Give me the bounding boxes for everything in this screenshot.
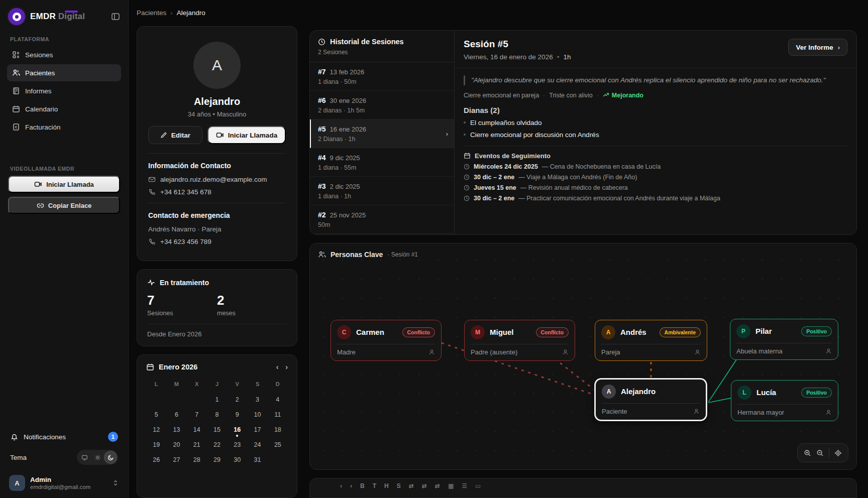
weekday-label: S xyxy=(247,378,267,392)
sidebar-item-informes[interactable]: Informes xyxy=(7,82,121,99)
calendar-day[interactable]: 9 xyxy=(227,407,247,422)
calendar-day[interactable]: 27 xyxy=(166,452,186,467)
session-detail-body: "Alejandro descubre que su cierre emocio… xyxy=(455,68,856,209)
session-item-2[interactable]: #225 nov 2025 50m xyxy=(310,205,454,234)
calendar-day[interactable]: 28 xyxy=(187,452,207,467)
calendar-day[interactable]: 23 xyxy=(227,437,247,452)
sidebar-item-label: Informes xyxy=(25,87,52,95)
calendar-day[interactable]: 21 xyxy=(187,437,207,452)
toolbar-glyph[interactable]: ⇄ xyxy=(435,482,440,489)
calendar-day[interactable]: 20 xyxy=(166,437,186,452)
user-avatar: A xyxy=(9,475,25,491)
persona-card-alejandro[interactable]: A Alejandro Paciente xyxy=(594,378,707,421)
stat-sessions-value: 7 xyxy=(147,294,217,307)
content: A Alejandro 34 años • Masculino Editar I… xyxy=(129,25,868,498)
event-desc: — Cena de Nochebuena en casa de Lucía xyxy=(542,163,661,170)
persona-card-miguel[interactable]: M Miguel Conflicto Padre (ausente) xyxy=(464,320,575,361)
relation-badge: Conflicto xyxy=(536,327,569,337)
toolbar-glyph[interactable]: S xyxy=(397,482,401,489)
toolbar-glyph[interactable]: ⇄ xyxy=(409,482,414,489)
app-logo-icon xyxy=(8,8,25,25)
toolbar-glyph[interactable]: ▦ xyxy=(448,482,454,489)
edit-button[interactable]: Editar xyxy=(148,126,202,144)
calendar-day[interactable]: 3 xyxy=(247,392,267,407)
calendar-day[interactable]: 18 xyxy=(268,422,288,437)
calendar-day[interactable]: 11 xyxy=(268,407,288,422)
breadcrumb: Pacientes › Alejandro xyxy=(129,0,868,25)
toolbar-glyph[interactable]: ▭ xyxy=(475,482,481,489)
persona-card-carmen[interactable]: C Carmen Conflicto Madre xyxy=(331,320,442,361)
calendar-day[interactable]: 24 xyxy=(247,437,267,452)
patient-avatar: A xyxy=(193,42,241,89)
session-date: 9 dic 2025 xyxy=(330,154,360,162)
session-item-6[interactable]: #630 ene 2026 2 dianas · 1h 5m xyxy=(310,91,454,119)
breadcrumb-pacientes[interactable]: Pacientes xyxy=(137,9,166,17)
calendar-day[interactable]: 31 xyxy=(247,452,267,467)
breadcrumb-current: Alejandro xyxy=(177,9,205,17)
session-item-4[interactable]: #49 dic 2025 1 diana · 55m xyxy=(310,148,454,177)
toolbar-glyph[interactable]: ‹ xyxy=(340,482,342,489)
calendar-day[interactable]: 19 xyxy=(146,437,166,452)
calendar-day[interactable]: 4 xyxy=(268,392,288,407)
session-item-3[interactable]: #32 dic 2025 1 diana · 1h xyxy=(310,177,454,205)
copy-link-button[interactable]: Copiar Enlace xyxy=(8,197,120,214)
persona-card-andres[interactable]: A Andrés Ambivalente Pareja xyxy=(595,320,707,361)
calendar-day[interactable]: 17 xyxy=(247,422,267,437)
calendar-day[interactable]: 5 xyxy=(146,407,166,422)
calendar-day[interactable]: 30 xyxy=(227,452,247,467)
event-row: Jueves 15 ene — Revisión anual médico de… xyxy=(464,184,847,191)
calendar-day[interactable]: 12 xyxy=(146,422,166,437)
calendar-day[interactable]: 22 xyxy=(207,437,227,452)
calendar-day[interactable]: 1 xyxy=(207,392,227,407)
sidebar-item-calendario[interactable]: Calendario xyxy=(7,100,121,117)
persona-relation: Abuela materna xyxy=(736,347,783,355)
calendar-day[interactable]: 6 xyxy=(166,407,186,422)
calendar-grid-weekdays: L M X J V S D xyxy=(146,378,288,392)
zoom-in-button[interactable] xyxy=(804,449,811,457)
session-count: 2 Sesiones xyxy=(318,49,446,56)
theme-light-button[interactable] xyxy=(91,451,103,463)
treatment-since: Desde Enero 2026 xyxy=(147,330,287,338)
activity-icon xyxy=(147,279,155,287)
sidebar-item-sesiones[interactable]: Sesiones xyxy=(7,46,121,63)
calendar-day[interactable]: 26 xyxy=(146,452,166,467)
chevron-up-down-icon xyxy=(112,479,119,486)
toolbar-glyph[interactable]: B xyxy=(360,482,365,489)
calendar-day[interactable]: 15 xyxy=(207,422,227,437)
zoom-out-button[interactable] xyxy=(816,449,824,457)
calendar-day[interactable]: 10 xyxy=(247,407,267,422)
patient-start-call-button[interactable]: Iniciar Llamada xyxy=(207,126,286,144)
session-item-5[interactable]: #516 ene 2026 2 Dianas · 1h › xyxy=(310,119,454,148)
calendar-prev-button[interactable]: ‹ xyxy=(276,363,279,371)
calendar-day[interactable]: 7 xyxy=(187,407,207,422)
view-report-button[interactable]: Ver Informe › xyxy=(788,39,847,56)
calendar-day[interactable]: 29 xyxy=(207,452,227,467)
toolbar-glyph[interactable]: ☰ xyxy=(462,482,467,489)
sidebar-item-facturacion[interactable]: € Facturación xyxy=(7,118,121,136)
sidebar-collapse-icon[interactable] xyxy=(111,12,120,21)
app-root: EMDR Digital PLATAFORMA Sesiones Pacient… xyxy=(0,0,868,498)
user-menu[interactable]: A Admin emdrdigital@gmail.com xyxy=(7,470,121,492)
calendar-day[interactable]: 8 xyxy=(207,407,227,422)
persona-card-pilar[interactable]: P Pilar Positivo Abuela materna xyxy=(730,319,838,360)
toolbar-glyph[interactable]: › xyxy=(350,482,352,489)
start-call-button[interactable]: Iniciar Llamada xyxy=(8,176,120,193)
persona-card-lucia[interactable]: L Lucía Positivo Hermana mayor xyxy=(731,380,838,421)
calendar-day[interactable]: 16 xyxy=(227,422,247,437)
bottom-toolbar[interactable]: ‹›BTHS⇄⇄⇄▦☰▭ xyxy=(309,478,857,498)
toolbar-glyph[interactable]: T xyxy=(373,482,376,489)
calendar-day[interactable]: 14 xyxy=(187,422,207,437)
calendar-next-button[interactable]: › xyxy=(285,363,288,371)
toolbar-glyph[interactable]: ⇄ xyxy=(422,482,427,489)
session-item-7[interactable]: #713 feb 2026 1 diana · 50m xyxy=(310,62,454,91)
calendar-day[interactable]: 25 xyxy=(268,437,288,452)
theme-dark-button[interactable] xyxy=(104,451,117,463)
notifications-row[interactable]: Notificaciones 1 xyxy=(7,428,121,446)
theme-system-button[interactable] xyxy=(78,451,90,463)
users-icon xyxy=(318,251,326,259)
calendar-day[interactable]: 13 xyxy=(166,422,186,437)
calendar-day[interactable]: 2 xyxy=(227,392,247,407)
toolbar-glyph[interactable]: H xyxy=(384,482,389,489)
sidebar-item-pacientes[interactable]: Pacientes xyxy=(7,64,121,81)
recenter-button[interactable] xyxy=(834,449,842,457)
